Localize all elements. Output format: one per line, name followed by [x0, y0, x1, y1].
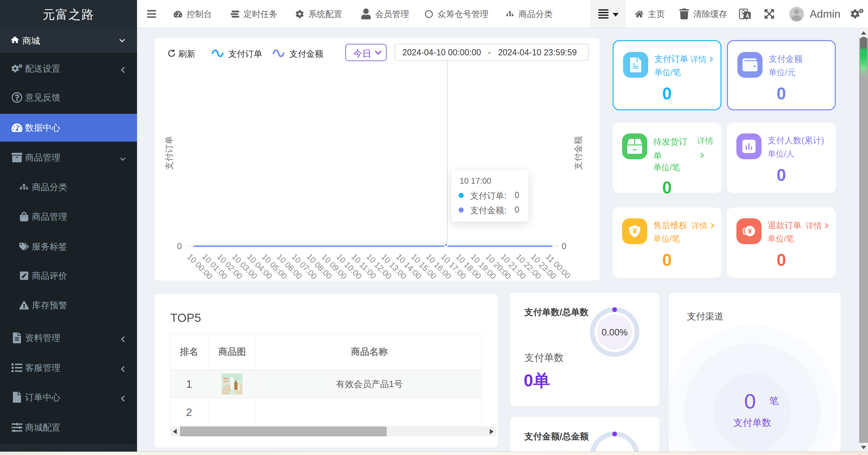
svg-text:¥: ¥ [748, 227, 752, 235]
